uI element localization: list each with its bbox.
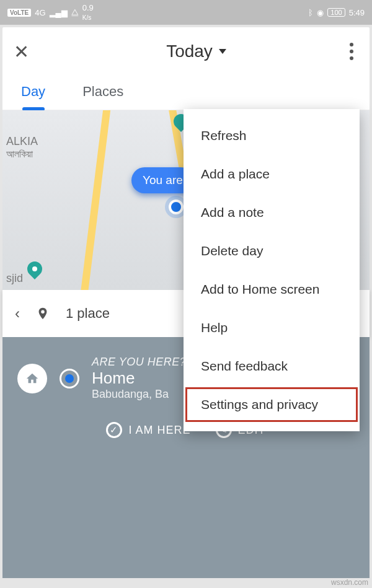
menu-help[interactable]: Help (184, 309, 360, 347)
date-dropdown[interactable]: Today (29, 42, 345, 61)
menu-delete-day[interactable]: Delete day (184, 232, 360, 270)
i-am-here-button[interactable]: ✓ I AM HERE (106, 422, 190, 438)
current-location-dot (169, 200, 184, 214)
menu-add-home-screen[interactable]: Add to Home screen (184, 270, 360, 309)
i-am-here-label: I AM HERE (128, 424, 190, 437)
menu-settings-privacy[interactable]: Settings and privacy (184, 385, 360, 424)
check-icon: ✓ (106, 422, 122, 438)
location-icon: ◉ (317, 8, 324, 17)
watermark: wsxdn.com (331, 578, 368, 587)
map-label: ALKIA (6, 135, 38, 148)
signal-icon: ▂▄▆ (50, 8, 68, 17)
menu-add-place[interactable]: Add a place (184, 155, 360, 193)
bluetooth-icon: ᛒ (308, 8, 313, 17)
speed-value: 0.9K/s (82, 3, 94, 22)
tab-places[interactable]: Places (82, 84, 123, 102)
overflow-menu: Refresh Add a place Add a note Delete da… (184, 109, 360, 431)
map-label-sjid: sjid (6, 272, 23, 285)
overflow-button[interactable] (345, 38, 358, 65)
place-name: Home (92, 369, 186, 388)
net-icon: 4G (35, 8, 45, 17)
menu-refresh[interactable]: Refresh (184, 116, 360, 155)
volte-badge: VoLTE (7, 9, 31, 17)
place-pin-icon (36, 304, 50, 323)
top-bar: ✕ Today (2, 27, 370, 76)
status-bar: VoLTE 4G ▂▄▆ ⧋ 0.9K/s ᛒ ◉ 100 5:49 (0, 0, 372, 25)
prev-day-button[interactable]: ‹ (15, 305, 20, 322)
places-count: 1 place (66, 305, 110, 322)
tab-day[interactable]: Day (21, 84, 45, 102)
home-icon[interactable] (17, 364, 47, 393)
timeline-screen: ✕ Today Day Places ALKIA আলকিয়া sjid Yo… (2, 27, 370, 578)
clock: 5:49 (349, 8, 365, 17)
close-button[interactable]: ✕ (14, 41, 29, 63)
map-pin-icon (24, 258, 45, 279)
wifi-icon: ⧋ (71, 7, 79, 17)
dropdown-icon (219, 49, 226, 54)
menu-send-feedback[interactable]: Send feedback (184, 347, 360, 385)
tabs: Day Places (2, 76, 370, 110)
date-title: Today (166, 42, 213, 61)
battery-icon: 100 (327, 8, 345, 17)
confirm-question: ARE YOU HERE? (92, 356, 186, 369)
map-label-native: আলকিয়া (6, 149, 33, 160)
place-address: Babudanga, Ba (92, 388, 186, 401)
select-radio[interactable] (60, 369, 79, 388)
menu-add-note[interactable]: Add a note (184, 193, 360, 232)
